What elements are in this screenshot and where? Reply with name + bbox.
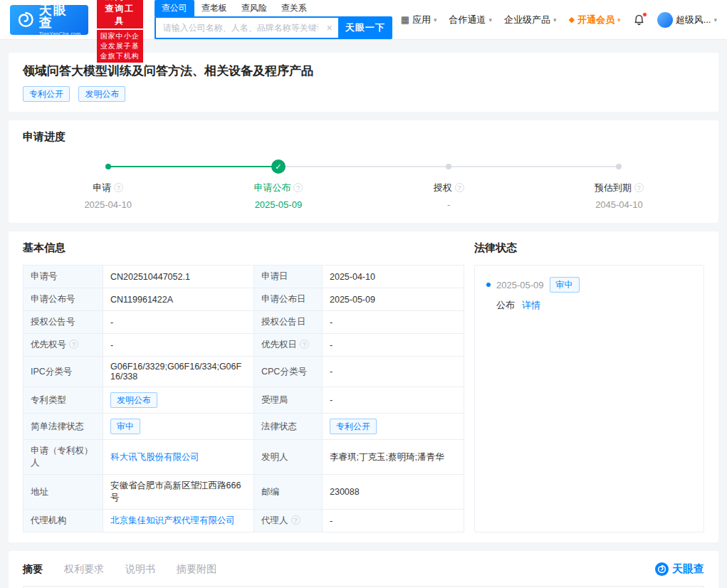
application-progress-card: 申请进度 申请? 2025-04-10 ✓ 申请公布? 2025-05-09 (9, 120, 718, 223)
table-row: 简单法律状态 审中 法律状态 专利公开 (23, 414, 464, 440)
tab-specification[interactable]: 说明书 (125, 563, 155, 576)
chevron-down-icon: ▾ (713, 16, 717, 23)
legal-status-item-badge: 审中 (550, 277, 580, 293)
step-done-dot (105, 164, 111, 169)
help-icon[interactable]: ? (634, 183, 644, 192)
page-content: 领域问答大模型训练及问答方法、相关设备及程序产品 专利公开 发明公布 申请进度 … (0, 40, 727, 588)
grant-date: - (323, 311, 464, 334)
nav-apps[interactable]: ▦ 应用 ▾ (401, 14, 437, 26)
application-date: 2025-04-10 (323, 266, 464, 288)
tianyancha-swirl-icon (655, 562, 669, 576)
watermark-text: 天眼查 (672, 562, 704, 576)
agency-link[interactable]: 北京集佳知识产权代理有限公司 (110, 515, 235, 525)
basic-info-heading: 基本信息 (23, 241, 464, 255)
application-number: CN202510447052.1 (103, 266, 254, 288)
legal-status-badge: 专利公开 (330, 419, 377, 434)
legal-status-action: 公布 (496, 299, 515, 312)
vip-diamond-icon: ◆ (569, 15, 575, 24)
priority-date: - (323, 334, 464, 357)
chevron-down-icon: ▾ (553, 16, 557, 23)
search-input[interactable] (156, 23, 321, 33)
cpc-classification: - (323, 357, 464, 387)
table-row: 申请公布号 CN119961422A 申请公布日 2025-05-09 (23, 288, 464, 311)
progress-timeline: 申请? 2025-04-10 ✓ 申请公布? 2025-05-09 授权? - … (23, 159, 704, 213)
applicant-link[interactable]: 科大讯飞股份有限公司 (110, 452, 199, 462)
legal-status-detail-link[interactable]: 详情 (522, 299, 540, 312)
legal-status-heading: 法律状态 (474, 241, 704, 255)
nav-enterprise-products[interactable]: 企业级产品 ▾ (504, 14, 557, 26)
nav-user-account[interactable]: 超级风... ▾ (657, 12, 717, 28)
basic-info-table: 申请号 CN202510447052.1 申请日 2025-04-10 申请公布… (23, 265, 464, 532)
patent-type-badge: 发明公布 (110, 392, 157, 408)
badge-invention-publication: 发明公布 (78, 86, 125, 102)
legal-status-column: 法律状态 2025-05-09 审中 公布 详情 (474, 241, 704, 532)
progress-heading: 申请进度 (23, 130, 704, 144)
publication-number: CN119961422A (103, 288, 254, 311)
top-nav-menu: ▦ 应用 ▾ 合作通道 ▾ 企业级产品 ▾ ◆ 开通会员 ▾ 超级风... (401, 12, 717, 28)
simple-legal-status-badge: 审中 (110, 419, 140, 434)
step-date: 2025-04-10 (23, 199, 193, 210)
nav-apps-label: 应用 (412, 14, 431, 26)
tab-claims[interactable]: 权利要求 (64, 563, 104, 576)
legal-status-item: 2025-05-09 审中 (486, 277, 692, 293)
nav-vip-membership[interactable]: ◆ 开通会员 ▾ (569, 14, 621, 26)
patent-detail-card: 摘要 权利要求 说明书 摘要附图 天眼查 本申请公开了一种领域问答大模型训练及问… (9, 551, 718, 588)
progress-step-estimated-expiry: 预估到期? 2045-04-10 (534, 159, 704, 210)
progress-step-publication: ✓ 申请公布? 2025-05-09 (193, 159, 363, 210)
logo-text: 天眼查 (39, 4, 81, 29)
tab-abstract-figure[interactable]: 摘要附图 (177, 563, 216, 576)
ipc-classification: G06F16/3329;G06F16/334;G06F16/338 (103, 357, 254, 387)
search-tab-boss[interactable]: 查老板 (194, 0, 234, 16)
table-row: 代理机构 北京集佳知识产权代理有限公司 代理人? - (23, 510, 464, 532)
detail-tabs: 摘要 权利要求 说明书 摘要附图 天眼查 (23, 561, 704, 586)
promo-banner: 都在用的商业查询工具 国家中小企业发展子基金旗下机构 (97, 0, 143, 63)
inventors: 李睿琪;丁克玉;蔡明琦;潘青华 (323, 440, 464, 475)
chevron-down-icon: ▾ (434, 16, 437, 23)
help-icon[interactable]: ? (455, 183, 464, 192)
help-icon[interactable]: ? (114, 183, 123, 192)
step-date: 2045-04-10 (534, 199, 704, 210)
help-icon[interactable]: ? (69, 340, 78, 349)
logo-subtext: TianYanCha.com (39, 31, 81, 36)
step-date: - (364, 199, 534, 210)
accepting-office: - (323, 387, 464, 414)
search-tab-risk[interactable]: 查风险 (234, 0, 274, 16)
help-icon[interactable]: ? (293, 183, 303, 192)
publication-date: 2025-05-09 (323, 288, 464, 311)
clear-search-icon[interactable]: × (321, 22, 338, 33)
notification-bell[interactable] (633, 14, 645, 26)
help-icon[interactable]: ? (300, 340, 309, 349)
table-row: 地址 安徽省合肥市高新区望江西路666号 邮编 230088 (23, 475, 464, 510)
tianyancha-logo[interactable]: 天眼查 TianYanCha.com (10, 5, 88, 35)
search-button[interactable]: 天眼一下 (338, 16, 392, 39)
step-pending-dot (446, 164, 451, 169)
grant-number: - (103, 311, 254, 334)
postal-code: 230088 (323, 475, 464, 510)
progress-step-apply: 申请? 2025-04-10 (23, 159, 193, 210)
promo-line-1: 都在用的商业查询工具 (97, 0, 143, 28)
help-icon[interactable]: ? (291, 515, 300, 525)
search-area: 查公司 查老板 查风险 查关系 × 天眼一下 (155, 0, 392, 39)
basic-info-column: 基本信息 申请号 CN202510447052.1 申请日 2025-04-10… (23, 241, 464, 532)
nav-cooperation[interactable]: 合作通道 ▾ (449, 14, 493, 26)
search-tab-company[interactable]: 查公司 (155, 0, 194, 16)
tianyancha-swirl-icon (17, 11, 35, 28)
legal-status-panel: 2025-05-09 审中 公布 详情 (474, 265, 704, 532)
top-navigation-bar: 天眼查 TianYanCha.com 都在用的商业查询工具 国家中小企业发展子基… (0, 0, 727, 40)
table-row: 授权公告号 - 授权公告日 - (23, 311, 464, 334)
tab-abstract[interactable]: 摘要 (23, 563, 43, 576)
nav-vip-label: 开通会员 (577, 14, 614, 26)
step-date: 2025-05-09 (193, 199, 363, 210)
legal-status-date: 2025-05-09 (496, 280, 544, 290)
search-tab-relation[interactable]: 查关系 (274, 0, 314, 16)
badge-patent-public: 专利公开 (23, 86, 70, 102)
agent: - (323, 510, 464, 532)
notification-dot (642, 12, 647, 17)
table-row: 专利类型 发明公布 受理局 - (23, 387, 464, 414)
nav-user-label: 超级风... (676, 14, 711, 26)
table-row: 申请（专利权）人 科大讯飞股份有限公司 发明人 李睿琪;丁克玉;蔡明琦;潘青华 (23, 440, 464, 475)
chevron-down-icon: ▾ (617, 16, 621, 23)
step-pending-dot (616, 164, 622, 169)
address: 安徽省合肥市高新区望江西路666号 (103, 475, 254, 510)
table-row: IPC分类号 G06F16/3329;G06F16/334;G06F16/338… (23, 357, 464, 387)
